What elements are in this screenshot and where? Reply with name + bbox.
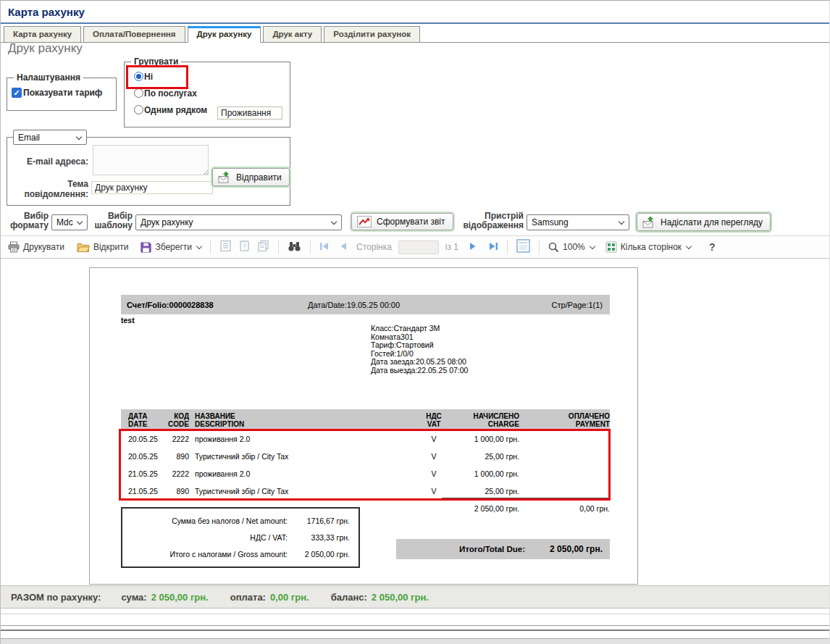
generate-report-label: Сформувати звіт xyxy=(377,217,445,227)
device-select[interactable]: Samsung xyxy=(527,214,629,230)
settings-groupbox: Налаштування ✓ Показувати тариф xyxy=(7,78,117,111)
page-number-input[interactable] xyxy=(398,241,439,254)
save-button[interactable]: Зберегти xyxy=(141,242,201,253)
email-method-select[interactable]: Email xyxy=(13,130,87,145)
col-header-code: КОДCODE xyxy=(160,412,189,428)
col-header-vat: НДСVAT xyxy=(414,412,454,428)
next-page-button[interactable] xyxy=(469,242,477,253)
total-due-value: 2 050,00 грн. xyxy=(550,544,603,554)
cell-charge: 1 000,00 грн. xyxy=(454,435,519,443)
search-binoculars-icon[interactable] xyxy=(288,241,301,254)
previous-page-button[interactable] xyxy=(340,242,347,253)
save-label: Зберегти xyxy=(155,242,192,252)
zoom-control[interactable]: 100% xyxy=(548,242,595,253)
divider-line xyxy=(1,630,829,631)
tab-label: Друк рахунку xyxy=(197,30,252,38)
cell-description: проживання 2.0 xyxy=(189,469,414,478)
account-summary-item: баланс: 2 050,00 грн. xyxy=(331,592,429,603)
toolbar-separator xyxy=(278,240,279,254)
email-groupbox: Email E-mail адреса: Тема повідомлення: … xyxy=(7,137,290,206)
cell-description: проживання 2.0 xyxy=(189,435,414,443)
clipboard-question-icon[interactable]: ? xyxy=(238,240,251,254)
chevron-down-icon xyxy=(590,243,595,249)
tab[interactable]: Друк рахунку xyxy=(188,26,261,43)
format-value: Mdc xyxy=(56,217,73,227)
show-tariff-option[interactable]: ✓ Показувати тариф xyxy=(12,88,102,98)
copy-pages-icon[interactable] xyxy=(257,240,269,254)
grouping-radio-option[interactable]: По послугах xyxy=(125,85,290,101)
subject-field[interactable] xyxy=(91,181,213,194)
tax-summary-label: Сумма без налогов / Net amount: xyxy=(122,517,301,525)
tab[interactable]: Розділити рахунок xyxy=(324,26,420,43)
toolbar-separator xyxy=(310,240,311,254)
radio-icon xyxy=(134,88,143,98)
format-label: Вибір формату xyxy=(5,212,49,230)
cell-date: 21.05.25 xyxy=(121,469,160,478)
cell-code: 890 xyxy=(160,452,189,461)
invoice-table-header: ДАТАDATE КОДCODE НАЗВАНИЕDESCRIPTION НДС… xyxy=(121,409,610,430)
account-summary-items: сума: 2 050,00 грн. оплата: 0,00 грн. ба… xyxy=(121,592,429,603)
cell-code: 890 xyxy=(160,487,189,495)
chevron-down-icon xyxy=(196,243,202,249)
tab[interactable]: Оплата/Повернення xyxy=(83,26,185,43)
email-address-field[interactable] xyxy=(93,145,209,175)
cell-charge: 1 000,00 грн. xyxy=(454,469,519,478)
print-button[interactable]: Друкувати xyxy=(8,241,64,253)
document-properties-icon[interactable] xyxy=(219,240,232,254)
help-button[interactable]: ? xyxy=(709,241,716,253)
cell-vat: V xyxy=(414,487,454,495)
template-value: Друк рахунку xyxy=(141,217,193,227)
total-due-bar: Итого/Total Due: 2 050,00 грн. xyxy=(396,539,610,559)
grouping-legend: Групувати xyxy=(131,57,181,67)
envelope-up-arrow-icon xyxy=(642,216,655,228)
cell-vat: V xyxy=(414,452,454,461)
invoice-table-row: 21.05.25 2222 проживання 2.0 V 1 000,00 … xyxy=(121,465,610,482)
device-label: Пристрій відображення xyxy=(450,212,524,230)
section-heading: Друк рахунку xyxy=(8,41,83,56)
open-button[interactable]: Відкрити xyxy=(77,242,129,252)
tab-label: Розділити рахунок xyxy=(333,30,411,38)
single-line-name-input[interactable] xyxy=(217,106,282,120)
chevron-down-icon xyxy=(77,219,83,225)
send-email-label: Відправити xyxy=(236,172,282,183)
col-header-charge: НАЧИСЛЕНОCHARGE xyxy=(454,412,519,428)
grouping-radio-option[interactable]: Ні xyxy=(125,68,290,85)
window-titlebar: Карта рахунку xyxy=(1,1,829,22)
stay-detail-line: Дата выезда:22.05.25 07:00 xyxy=(371,367,468,375)
guest-name: test xyxy=(121,316,135,325)
format-select[interactable]: Mdc xyxy=(51,214,88,230)
first-page-button[interactable] xyxy=(319,242,329,253)
col-header-payment: ОПЛАЧЕНОPAYMENT xyxy=(519,412,610,428)
invoice-date: Дата/Date:19.05.25 00:00 xyxy=(308,301,400,309)
cell-charge: 25,00 грн. xyxy=(454,452,519,461)
col-header-date: ДАТАDATE xyxy=(121,412,160,428)
send-email-button[interactable]: Відправити xyxy=(212,168,290,186)
multi-page-control[interactable]: Кілька сторінок xyxy=(605,241,691,253)
toolbar-separator xyxy=(539,240,540,254)
tax-summary-label: Итого с налогами / Gross amount: xyxy=(122,550,301,559)
summary-item-value: 2 050,00 грн. xyxy=(151,592,209,603)
zoom-value: 100% xyxy=(563,242,585,252)
template-select[interactable]: Друк рахунку xyxy=(135,214,342,230)
tab[interactable]: Друк акту xyxy=(263,26,322,43)
total-due-label: Итого/Total Due: xyxy=(459,545,525,553)
page-word-label: Сторінка xyxy=(356,242,392,252)
invoice-header-bar: Счет/Folio:0000028838 Дата/Date:19.05.25… xyxy=(121,295,610,314)
radio-icon xyxy=(134,105,143,114)
template-label: Вибір шаблону xyxy=(91,212,133,230)
summary-item-value: 2 050,00 грн. xyxy=(372,592,429,603)
folder-open-icon xyxy=(77,242,90,252)
toolbar-separator xyxy=(210,240,211,254)
invoice-table-row: 20.05.25 2222 проживання 2.0 V 1 000,00 … xyxy=(121,430,610,448)
divider-line xyxy=(1,614,829,614)
tab[interactable]: Карта рахунку xyxy=(4,26,81,43)
stay-detail-line: Дата заезда:20.05.25 08:00 xyxy=(371,358,468,367)
subject-label: Тема повідомлення: xyxy=(7,179,88,199)
send-for-preview-button[interactable]: Надіслати для перегляду xyxy=(637,213,771,231)
page-layout-icon[interactable] xyxy=(516,239,530,255)
radio-icon xyxy=(134,72,143,81)
checkbox-checked-icon: ✓ xyxy=(12,88,22,98)
generate-report-button[interactable]: Сформувати звіт xyxy=(351,213,453,230)
last-page-button[interactable] xyxy=(489,242,498,253)
divider-line xyxy=(1,625,829,626)
